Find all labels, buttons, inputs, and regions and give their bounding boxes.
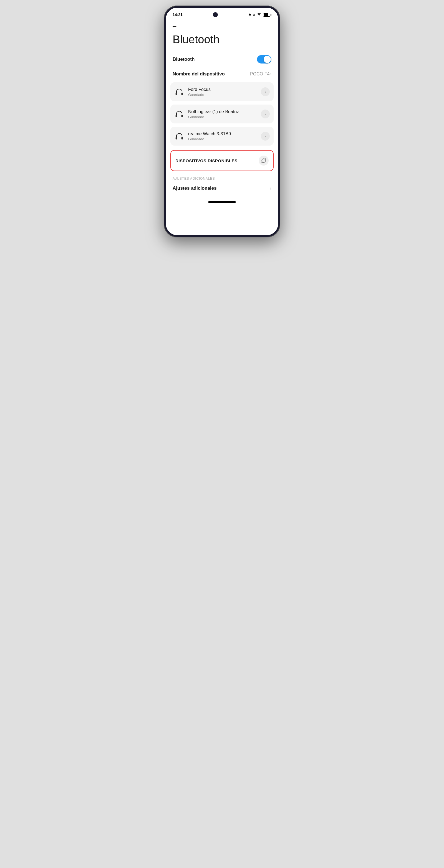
device-info-ford-focus: Ford Focus Guardado: [188, 87, 257, 97]
phone-screen: 14:21 ✱ ⊠: [166, 8, 278, 235]
bluetooth-toggle[interactable]: [257, 55, 271, 63]
screen-content: ← Bluetooth Bluetooth Nombre del disposi…: [166, 20, 278, 206]
available-devices-label: DISPOSITIVOS DISPONIBLES: [175, 158, 238, 163]
nothing-ear-name: Nothing ear (1) de Beatriz: [188, 109, 257, 114]
headphone-icon-2: [174, 109, 184, 119]
device-card-realme-watch[interactable]: realme Watch 3-31B9 Guardado ›: [170, 127, 274, 146]
device-info-realme-watch: realme Watch 3-31B9 Guardado: [188, 131, 257, 141]
nothing-ear-status: Guardado: [188, 115, 257, 119]
toggle-thumb: [264, 56, 271, 63]
device-card-ford-focus[interactable]: Ford Focus Guardado ›: [170, 82, 274, 101]
svg-rect-2: [176, 115, 177, 117]
additional-settings-title: AJUSTES ADICIONALES: [173, 177, 271, 181]
back-button[interactable]: ←: [172, 23, 178, 30]
paired-devices-list: Ford Focus Guardado › N: [166, 82, 278, 146]
device-info-nothing-ear: Nothing ear (1) de Beatriz Guardado: [188, 109, 257, 119]
bluetooth-toggle-label: Bluetooth: [173, 57, 195, 62]
available-devices-section: DISPOSITIVOS DISPONIBLES: [170, 150, 274, 171]
svg-rect-5: [181, 137, 183, 139]
additional-settings-chevron: ›: [269, 185, 271, 191]
device-name-row[interactable]: Nombre del dispositivo POCO F4 ›: [166, 67, 278, 82]
home-indicator[interactable]: [208, 202, 236, 203]
headphone-icon-1: [174, 87, 184, 97]
device-name-value: POCO F4 ›: [250, 71, 271, 76]
back-row: ←: [166, 20, 278, 32]
wifi-icon: [257, 12, 262, 17]
realme-watch-status: Guardado: [188, 137, 257, 141]
page-title: Bluetooth: [166, 32, 278, 51]
ford-focus-status: Guardado: [188, 93, 257, 97]
additional-settings-label: Ajustes adicionales: [173, 186, 217, 191]
svg-rect-1: [181, 93, 183, 95]
camera-notch: [213, 11, 218, 18]
device-card-nothing-ear[interactable]: Nothing ear (1) de Beatriz Guardado ›: [170, 104, 274, 123]
device-name-chevron: ›: [270, 72, 271, 76]
additional-settings-row[interactable]: Ajustes adicionales ›: [173, 184, 271, 196]
additional-settings-section: AJUSTES ADICIONALES Ajustes adicionales …: [166, 171, 278, 196]
nothing-ear-chevron[interactable]: ›: [261, 110, 270, 118]
status-bar: 14:21 ✱ ⊠: [166, 8, 278, 20]
blocked-icon: ⊠: [253, 13, 255, 17]
headphone-icon-3: [174, 131, 184, 141]
device-name-label: Nombre del dispositivo: [173, 71, 225, 77]
device-name-text: POCO F4: [250, 71, 269, 76]
toggle-track: [257, 55, 271, 63]
realme-watch-name: realme Watch 3-31B9: [188, 131, 257, 136]
svg-rect-0: [176, 93, 177, 95]
refresh-button[interactable]: [259, 156, 269, 165]
phone-frame: 14:21 ✱ ⊠: [164, 5, 280, 237]
battery-indicator: [263, 13, 271, 17]
svg-rect-4: [176, 137, 177, 139]
home-indicator-area: [166, 196, 278, 206]
status-icons: ✱ ⊠: [248, 12, 271, 17]
bluetooth-toggle-row: Bluetooth: [166, 51, 278, 67]
realme-watch-chevron[interactable]: ›: [261, 132, 270, 141]
status-time: 14:21: [173, 12, 183, 17]
front-camera: [213, 12, 218, 17]
bluetooth-status-icon: ✱: [248, 13, 251, 17]
ford-focus-name: Ford Focus: [188, 87, 257, 92]
ford-focus-chevron[interactable]: ›: [261, 87, 270, 96]
svg-rect-3: [181, 115, 183, 117]
